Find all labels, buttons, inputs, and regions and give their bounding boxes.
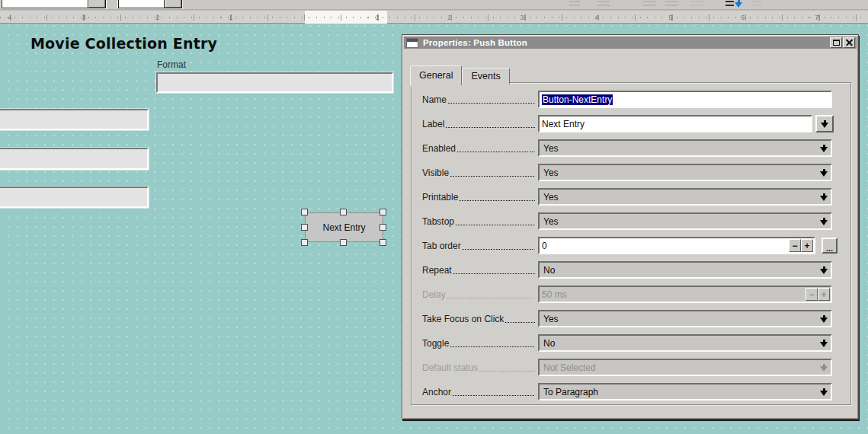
paragraph-format-icon[interactable] (665, 1, 678, 7)
tab-events[interactable]: Events (462, 68, 509, 85)
ruler-number: 1 (227, 13, 234, 21)
prop-row-take-focus: Take Focus on Click Yes (422, 310, 850, 327)
chevron-down-icon[interactable] (164, 0, 181, 8)
chevron-down-icon (820, 169, 828, 177)
take-focus-dropdown[interactable]: Yes (538, 310, 832, 327)
resize-handle-se[interactable] (380, 239, 386, 246)
increment-button: + (818, 288, 830, 301)
decrement-button: − (806, 288, 818, 301)
general-tab-panel: Name Button-NextEntry Label Next Entry E… (411, 82, 851, 405)
default-status-dropdown: Not Selected (538, 359, 832, 376)
application-window: 43211234567 Movie Collection Entry Forma… (0, 0, 868, 434)
tab-order-input[interactable]: 0 − + (538, 237, 815, 254)
chevron-down-icon (821, 120, 829, 128)
resize-handle-n[interactable] (340, 209, 347, 215)
paragraph-format-icon[interactable] (690, 1, 703, 7)
delay-input: 50 ms − + (538, 286, 832, 303)
visible-label: Visible (422, 164, 538, 181)
label-input[interactable]: Next Entry (538, 115, 812, 132)
ruler-number: 3 (518, 13, 525, 21)
label-dropdown-button[interactable] (815, 115, 834, 132)
close-button[interactable] (843, 37, 855, 48)
prop-row-visible: Visible Yes (422, 164, 850, 181)
prop-row-printable: Printable Yes (422, 188, 850, 206)
chevron-down-icon (820, 364, 828, 372)
font-size-combo[interactable] (118, 0, 182, 8)
selected-control-wrapper: Next Entry (301, 209, 386, 246)
anchor-dropdown[interactable]: To Paragraph (538, 383, 832, 400)
prop-row-tabstop: Tabstop Yes (422, 212, 850, 230)
chevron-down-icon (820, 193, 828, 201)
prop-row-anchor: Anchor To Paragraph (422, 383, 850, 400)
paragraph-format-icon[interactable] (751, 1, 762, 7)
ruler-number: 3 (80, 13, 87, 21)
ruler-number: 4 (593, 13, 600, 21)
line-spacing-icon[interactable] (725, 0, 745, 8)
form-text-field[interactable] (0, 148, 149, 170)
chevron-down-icon (820, 340, 828, 347)
prop-row-default-status: Default status Not Selected (422, 359, 850, 376)
chevron-down-icon (820, 145, 828, 152)
format-text-field[interactable] (156, 72, 393, 93)
repeat-dropdown[interactable]: No (538, 261, 832, 279)
maximize-button[interactable] (830, 37, 842, 48)
resize-handle-nw[interactable] (301, 209, 308, 215)
ruler-number: 2 (446, 13, 453, 21)
ruler-number: 5 (667, 13, 674, 21)
tab-order-label: Tab order (422, 237, 538, 254)
format-label: Format (157, 59, 186, 70)
paragraph-format-icon[interactable] (642, 1, 656, 7)
chevron-down-icon (820, 315, 828, 323)
form-text-field[interactable] (0, 187, 149, 208)
paragraph-format-icon[interactable] (597, 1, 610, 7)
prop-row-repeat: Repeat No (422, 261, 850, 279)
enabled-dropdown[interactable]: Yes (538, 139, 832, 157)
decrement-button[interactable]: − (789, 239, 801, 252)
tabstop-dropdown[interactable]: Yes (538, 212, 832, 230)
default-status-label: Default status (422, 359, 538, 376)
ruler-number: 6 (739, 13, 746, 21)
prop-row-name: Name Button-NextEntry (422, 91, 850, 108)
visible-dropdown[interactable]: Yes (538, 164, 832, 181)
window-icon (407, 39, 418, 47)
tab-general[interactable]: General (410, 65, 462, 85)
prop-row-label: Label Next Entry (422, 115, 850, 132)
anchor-label: Anchor (422, 383, 538, 400)
paragraph-format-icon[interactable] (569, 1, 580, 7)
tabstop-label: Tabstop (422, 212, 538, 230)
resize-handle-s[interactable] (340, 239, 347, 246)
maximize-icon (833, 40, 840, 46)
resize-handle-ne[interactable] (380, 209, 386, 215)
toggle-label: Toggle (422, 334, 538, 352)
chevron-down-icon[interactable] (88, 0, 105, 8)
tab-order-more-button[interactable]: ... (822, 238, 838, 254)
prop-row-delay: Delay 50 ms − + (422, 286, 850, 303)
name-input[interactable]: Button-NextEntry (538, 91, 832, 108)
enabled-label: Enabled (422, 139, 538, 157)
ruler-number: 1 (373, 13, 380, 21)
ruler-number: 4 (6, 13, 13, 21)
dialog-title: Properties: Push Button (423, 38, 527, 47)
ruler-number: 7 (813, 13, 820, 21)
form-title: Movie Collection Entry (30, 35, 217, 52)
dialog-titlebar[interactable]: Properties: Push Button (404, 37, 857, 49)
printable-dropdown[interactable]: Yes (538, 188, 832, 206)
properties-dialog: Properties: Push Button General Events N… (402, 34, 859, 420)
form-design-canvas[interactable]: Movie Collection Entry Format Next Entry… (0, 24, 868, 434)
dialog-tabs: General Events (410, 63, 510, 83)
prop-row-enabled: Enabled Yes (422, 139, 850, 157)
resize-handle-w[interactable] (301, 224, 308, 231)
resize-handle-e[interactable] (380, 224, 386, 231)
next-entry-button[interactable]: Next Entry (305, 212, 383, 242)
delay-label: Delay (422, 286, 538, 303)
horizontal-ruler[interactable]: 43211234567 (0, 10, 868, 24)
increment-button[interactable]: + (801, 239, 813, 252)
toggle-dropdown[interactable]: No (538, 334, 832, 352)
label-label: Label (422, 115, 538, 132)
formatting-toolbar (0, 0, 868, 10)
form-text-field[interactable] (0, 109, 149, 130)
font-name-combo[interactable] (2, 0, 106, 8)
ruler-number: 2 (154, 13, 161, 21)
take-focus-label: Take Focus on Click (422, 310, 538, 327)
resize-handle-sw[interactable] (301, 239, 308, 246)
